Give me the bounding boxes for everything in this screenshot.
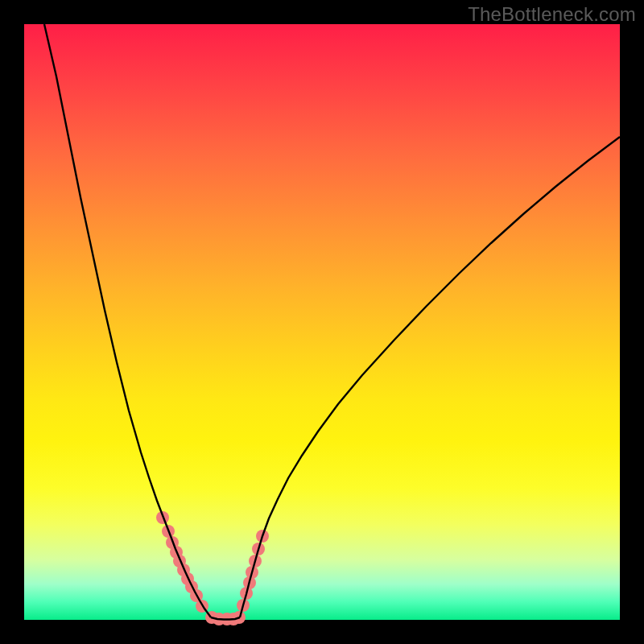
marker-group	[156, 511, 269, 625]
left-curve	[44, 24, 211, 617]
chart-frame: TheBottleneck.com	[0, 0, 644, 644]
watermark-text: TheBottleneck.com	[468, 3, 636, 26]
right-curve	[240, 137, 620, 617]
chart-svg	[24, 24, 620, 620]
